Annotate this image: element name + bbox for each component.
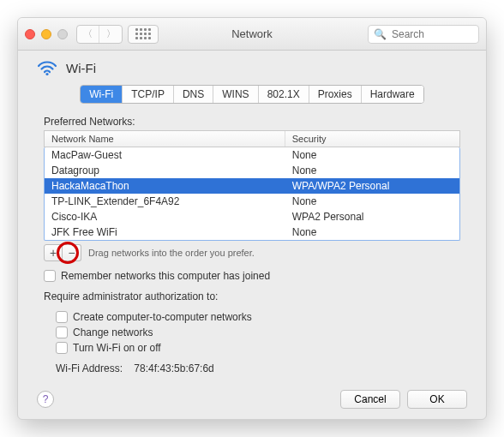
minus-icon: − [68, 246, 75, 260]
tab-proxies[interactable]: Proxies [309, 86, 362, 103]
grid-icon [135, 28, 151, 39]
close-window-button[interactable] [25, 29, 35, 39]
wifi-address-label: Wi-Fi Address: [56, 362, 123, 374]
tab-wins[interactable]: WINS [213, 86, 258, 103]
tab-8021x[interactable]: 802.1X [259, 86, 309, 103]
table-row[interactable]: JFK Free WiFi None [45, 224, 459, 240]
admin-change-label: Change networks [73, 326, 153, 338]
admin-create-checkbox[interactable] [56, 311, 68, 323]
admin-change-row: Change networks [56, 326, 460, 338]
remember-row: Remember networks this computer has join… [44, 270, 460, 282]
network-name: TP-LINK_Extender_6F4A92 [45, 194, 285, 209]
wifi-address-value: 78:4f:43:5b:67:6d [134, 362, 213, 374]
network-security: None [285, 224, 459, 240]
wifi-icon [37, 59, 57, 76]
search-icon: 🔍 [374, 28, 387, 40]
table-row[interactable]: Datagroup None [45, 163, 459, 178]
admin-toggle-checkbox[interactable] [56, 342, 68, 354]
back-button[interactable]: 〈 [77, 26, 99, 43]
column-security[interactable]: Security [285, 131, 459, 147]
tab-tcpip[interactable]: TCP/IP [123, 86, 174, 103]
titlebar: 〈 〉 Network 🔍 [18, 18, 486, 51]
plus-icon: + [50, 246, 57, 260]
minimize-window-button[interactable] [41, 29, 51, 39]
networks-table[interactable]: MacPaw-Guest None Datagroup None HackaMa… [44, 147, 460, 241]
drag-hint: Drag networks into the order you prefer. [88, 248, 255, 258]
cancel-button[interactable]: Cancel [340, 390, 400, 409]
network-name: JFK Free WiFi [45, 224, 285, 240]
remember-label: Remember networks this computer has join… [61, 270, 270, 282]
admin-change-checkbox[interactable] [56, 326, 68, 338]
search-input[interactable] [390, 27, 473, 41]
network-security: None [285, 163, 459, 178]
network-security: None [285, 194, 459, 209]
admin-toggle-label: Turn Wi-Fi on or off [73, 342, 161, 354]
nav-back-forward: 〈 〉 [76, 25, 123, 44]
tab-dns[interactable]: DNS [174, 86, 213, 103]
admin-create-row: Create computer-to-computer networks [56, 311, 460, 323]
network-name: HackaMacaThon [45, 178, 285, 194]
page-title: Wi-Fi [66, 61, 96, 75]
svg-point-0 [45, 73, 48, 75]
tab-bar: Wi-Fi TCP/IP DNS WINS 802.1X Proxies Har… [37, 85, 467, 104]
remember-checkbox[interactable] [44, 270, 56, 282]
tab-wifi[interactable]: Wi-Fi [81, 86, 123, 103]
network-security: WPA2 Personal [285, 209, 459, 224]
tab-hardware[interactable]: Hardware [362, 86, 423, 103]
admin-toggle-row: Turn Wi-Fi on or off [56, 342, 460, 354]
remove-network-button[interactable]: − [63, 244, 81, 261]
window-controls [25, 29, 68, 39]
wifi-address-row: Wi-Fi Address: 78:4f:43:5b:67:6d [56, 362, 460, 374]
column-name[interactable]: Network Name [45, 131, 285, 147]
table-row[interactable]: MacPaw-Guest None [45, 147, 459, 163]
network-security: WPA/WPA2 Personal [285, 178, 459, 194]
chevron-left-icon: 〈 [83, 27, 93, 40]
help-button[interactable]: ? [37, 391, 54, 408]
network-preferences-window: 〈 〉 Network 🔍 Wi [17, 17, 487, 420]
add-remove-row: + − Drag networks into the order you pre… [44, 244, 460, 261]
network-security: None [285, 147, 459, 163]
preferred-networks-label: Preferred Networks: [44, 116, 460, 128]
footer: ? Cancel OK [37, 381, 467, 409]
ok-button[interactable]: OK [407, 390, 467, 409]
admin-auth-label: Require administrator authorization to: [44, 290, 460, 302]
search-field[interactable]: 🔍 [368, 25, 479, 44]
network-name: MacPaw-Guest [45, 147, 285, 163]
table-row[interactable]: HackaMacaThon WPA/WPA2 Personal [45, 178, 459, 194]
table-row[interactable]: Cisco-IKA WPA2 Personal [45, 209, 459, 224]
network-name: Cisco-IKA [45, 209, 285, 224]
show-all-button[interactable] [128, 25, 159, 44]
networks-table-header: Network Name Security [44, 130, 460, 147]
zoom-window-button[interactable] [57, 29, 68, 39]
network-name: Datagroup [45, 163, 285, 178]
forward-button[interactable]: 〉 [99, 26, 122, 43]
admin-create-label: Create computer-to-computer networks [73, 311, 252, 323]
table-row[interactable]: TP-LINK_Extender_6F4A92 None [45, 194, 459, 209]
pane-body: Wi-Fi Wi-Fi TCP/IP DNS WINS 802.1X Proxi… [18, 51, 486, 419]
chevron-right-icon: 〉 [106, 27, 116, 40]
page-header: Wi-Fi [37, 59, 467, 76]
add-network-button[interactable]: + [44, 244, 63, 261]
